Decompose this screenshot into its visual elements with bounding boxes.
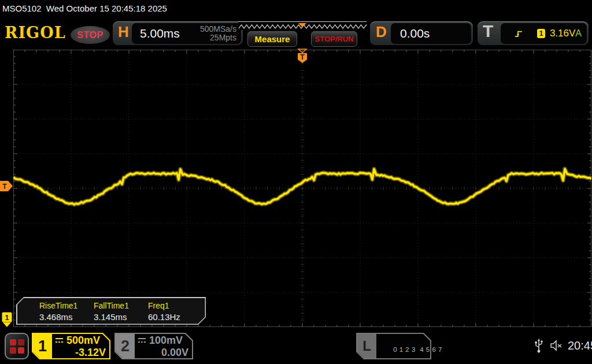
stop-run-button[interactable]: STOP/RUN bbox=[311, 31, 357, 47]
measurement-label: Freq1 bbox=[148, 300, 202, 311]
memory-depth: 25Mpts bbox=[210, 33, 236, 42]
channel2-status-panel[interactable]: 2 100mV 0.00V bbox=[114, 333, 193, 359]
trigger-source-badge: 1 bbox=[537, 29, 545, 38]
measurement-label: RiseTime1 bbox=[39, 300, 94, 311]
measurement-value: 3.145ms bbox=[94, 311, 148, 323]
horizontal-position-thumbnail[interactable] bbox=[238, 21, 367, 30]
logic-analyzer-panel[interactable]: L 0 1 2 3 4 5 6 7 8 9 1011 12131415 bbox=[356, 333, 431, 359]
waveform-thumbnail-zigzag bbox=[238, 22, 367, 31]
sample-rate-block: 500MSa/s 25Mpts bbox=[200, 25, 236, 42]
acquisition-status-badge: STOP bbox=[71, 26, 110, 44]
trigger-label: T bbox=[483, 21, 493, 41]
main-menu-button[interactable] bbox=[5, 333, 29, 359]
delay-label: D bbox=[376, 23, 387, 41]
channel1-status-panel[interactable]: 1 500mV -3.12V bbox=[32, 333, 110, 359]
rigol-logo: RIGOL bbox=[5, 24, 66, 42]
measurement-item: Freq1 60.13Hz bbox=[148, 300, 202, 323]
measurement-item: RiseTime1 3.468ms bbox=[39, 300, 94, 323]
channel2-offset: 0.00V bbox=[138, 347, 188, 358]
acquisition-status-label: STOP bbox=[77, 30, 103, 40]
measurement-results-panel[interactable]: RiseTime1 3.468ms FallTime1 3.145ms Freq… bbox=[16, 297, 206, 325]
measurement-value: 3.468ms bbox=[39, 311, 94, 323]
horizontal-inner: 5.00ms 500MSa/s 25Mpts bbox=[132, 23, 241, 44]
trigger-level-letter: T bbox=[2, 183, 7, 191]
trigger-inner: 1 3.16V A bbox=[501, 23, 587, 44]
channel1-offset: -3.12V bbox=[55, 347, 106, 358]
trigger-level-marker[interactable]: T bbox=[0, 181, 13, 191]
ch1-ground-marker[interactable]: 1 bbox=[2, 312, 12, 328]
window-title: MSO5102 Wed October 15 20:45:18 2025 bbox=[0, 0, 592, 19]
timebase-value: 5.00ms bbox=[140, 27, 180, 40]
delay-panel[interactable]: D 0.00s bbox=[370, 21, 473, 46]
horizontal-label: H bbox=[118, 23, 129, 41]
ch1-ground-number: 1 bbox=[5, 313, 9, 322]
logic-row-1: 0 1 2 3 4 5 6 7 bbox=[393, 346, 442, 353]
waveform-display-area bbox=[13, 50, 591, 327]
system-clock: 20:45 bbox=[568, 339, 592, 352]
logic-channel-numbers: 0 1 2 3 4 5 6 7 8 9 1011 12131415 bbox=[380, 336, 455, 364]
dc-coupling-icon bbox=[138, 337, 146, 344]
graticule-and-trace bbox=[13, 50, 591, 327]
channel2-scale: 100mV bbox=[149, 335, 183, 347]
system-status-area: 20:45 bbox=[534, 337, 592, 354]
stop-run-button-label: STOP/RUN bbox=[315, 35, 354, 43]
measurement-label: FallTime1 bbox=[94, 300, 148, 311]
measure-button[interactable]: Measure bbox=[247, 31, 297, 47]
trigger-rising-edge-icon bbox=[515, 29, 523, 39]
oscilloscope-screen: MSO5102 Wed October 15 20:45:18 2025 RIG… bbox=[0, 0, 592, 364]
speaker-muted-icon[interactable] bbox=[549, 339, 563, 352]
delay-value: 0.00s bbox=[400, 27, 430, 40]
channel1-scale: 500mV bbox=[66, 335, 100, 347]
trigger-sweep-mode: A bbox=[575, 28, 582, 39]
trigger-position-letter: T bbox=[300, 53, 305, 61]
trigger-level-value: 3.16V bbox=[550, 28, 575, 39]
measure-button-label: Measure bbox=[255, 34, 290, 44]
menu-grid-icon bbox=[10, 339, 24, 354]
measurement-item: FallTime1 3.145ms bbox=[94, 300, 148, 323]
trigger-panel[interactable]: T 1 3.16V A bbox=[478, 21, 589, 46]
delay-inner: 0.00s bbox=[391, 23, 471, 44]
measurement-value: 60.13Hz bbox=[148, 311, 202, 323]
sample-rate: 500MSa/s bbox=[200, 24, 236, 34]
dc-coupling-icon bbox=[55, 337, 64, 344]
trigger-position-marker[interactable]: T bbox=[296, 49, 309, 64]
usb-icon[interactable] bbox=[534, 337, 543, 354]
horizontal-settings-panel[interactable]: H 5.00ms 500MSa/s 25Mpts bbox=[113, 21, 243, 46]
